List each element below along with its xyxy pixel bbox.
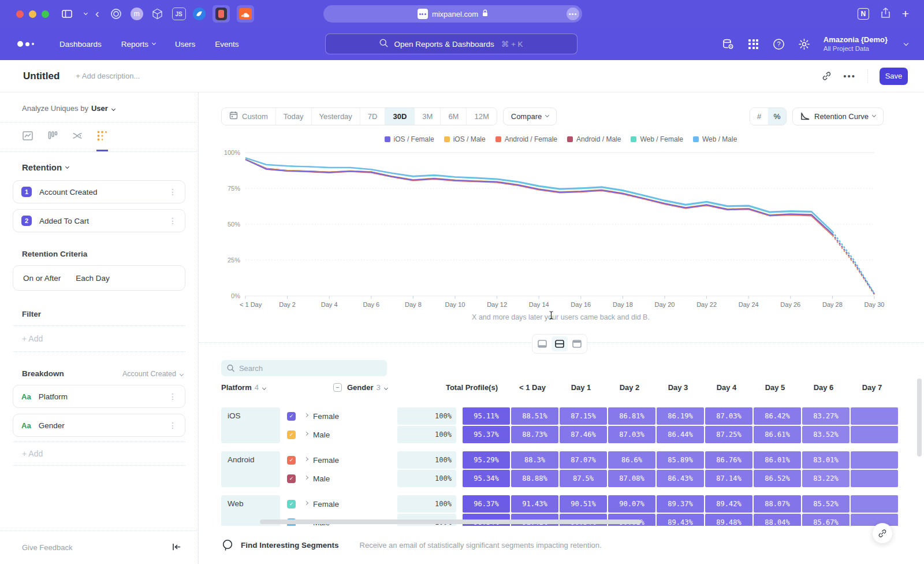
retention-cell-day-5[interactable]: 87.03% [705, 407, 752, 425]
new-tab-icon[interactable]: + [902, 7, 909, 21]
retention-cell-day-3[interactable]: 86.6% [608, 451, 655, 469]
retention-cell-day-7[interactable]: 83.52% [802, 426, 850, 443]
retention-cell-day-4[interactable]: 86.19% [657, 407, 704, 425]
retention-cell-day-6[interactable]: 88.07% [754, 495, 801, 513]
kebab-menu-icon[interactable]: ⋮ [169, 421, 177, 430]
view-chart-only-button[interactable] [534, 336, 550, 351]
report-title[interactable]: Untitled [23, 70, 59, 82]
retention-cell-day-7[interactable]: 83.27% [802, 407, 850, 425]
give-feedback-link[interactable]: Give Feedback [22, 543, 72, 552]
retention-cell-day-0[interactable]: 95.34% [463, 470, 510, 487]
retention-cell-day-7[interactable]: 83.22% [802, 470, 850, 487]
tab-flows[interactable] [72, 130, 83, 151]
retention-cell-day-4[interactable]: 89.43% [657, 514, 704, 526]
day-header-day-3[interactable]: Day 3 [654, 383, 702, 392]
unit-number-button[interactable]: # [750, 108, 768, 125]
m-extension-icon[interactable]: m [131, 8, 143, 20]
retention-cell-day-1[interactable]: 91.43% [511, 495, 558, 513]
browser-bird-extension-icon[interactable] [193, 8, 206, 20]
breakdown-card-platform[interactable]: Aa Platform ⋮ [13, 385, 185, 408]
workspace-switcher[interactable]: Amazonia {Demo} All Project Data [824, 35, 888, 53]
soundcloud-extension-icon[interactable] [237, 5, 254, 23]
breakdown-add-button[interactable]: + Add [13, 441, 185, 466]
retention-cell-day-1[interactable]: 88.3% [511, 451, 558, 469]
apps-grid-icon[interactable] [747, 38, 760, 50]
more-actions-icon[interactable]: ••• [843, 71, 856, 81]
expand-chevron-icon[interactable] [304, 476, 308, 480]
retention-cell-day-0[interactable]: 96.37% [463, 495, 510, 513]
retention-cell-day-2[interactable]: 87.5% [560, 470, 607, 487]
series-checkbox[interactable]: ✓ [287, 456, 296, 465]
horizontal-scrollbar[interactable] [260, 520, 641, 524]
kebab-menu-icon[interactable]: ⋮ [169, 216, 177, 225]
nav-events[interactable]: Events [215, 40, 239, 49]
retention-cell-day-3[interactable]: 87.08% [608, 470, 655, 487]
retention-cell-day-2[interactable]: 87.07% [560, 451, 607, 469]
js-extension-icon[interactable]: JS [172, 8, 186, 20]
breakdown-card-gender[interactable]: Aa Gender ⋮ [13, 414, 185, 437]
range-3m[interactable]: 3M [414, 108, 440, 125]
chevron-down-icon[interactable] [84, 11, 88, 15]
page-actions-icon[interactable]: ••• [567, 8, 579, 20]
platform-column-header[interactable]: Platform4 [221, 383, 266, 392]
series-checkbox[interactable]: ✓ [287, 431, 296, 439]
retention-cell-day-2[interactable]: 90.51% [560, 495, 607, 513]
retention-cell-day-2[interactable]: 87.46% [560, 426, 607, 443]
data-management-icon[interactable] [722, 38, 735, 50]
tab-insights[interactable] [22, 130, 33, 151]
retention-cell-day-4[interactable]: 85.89% [657, 451, 704, 469]
retention-chart[interactable]: 0%25%50%75%100%< 1 DayDay 2Day 4Day 6Day… [199, 143, 924, 312]
password-manager-extension-icon[interactable] [213, 5, 230, 23]
nav-users[interactable]: Users [175, 40, 195, 49]
kebab-menu-icon[interactable]: ⋮ [169, 392, 177, 401]
criteria-interval[interactable]: Each Day [76, 274, 110, 283]
step-card-2[interactable]: 2 Added To Cart ⋮ [13, 209, 185, 232]
retention-cell-day-6[interactable]: 88.04% [754, 514, 801, 526]
segments-title[interactable]: Find Interesting Segments [241, 541, 339, 550]
address-bar[interactable]: mixpanel.com ••• [323, 5, 582, 23]
retention-cell-day-2[interactable]: 87.15% [560, 407, 607, 425]
platform-cell-ios[interactable]: iOS [221, 407, 280, 443]
range-custom[interactable]: Custom [222, 108, 275, 125]
record-extension-icon[interactable] [109, 6, 124, 21]
analyze-uniques-row[interactable]: Analyze Uniques byUser [22, 104, 185, 113]
retention-cell-day-6[interactable]: 86.01% [754, 451, 801, 469]
retention-cell-day-1[interactable]: 88.88% [511, 470, 558, 487]
expand-chevron-icon[interactable] [304, 432, 308, 436]
copy-link-icon[interactable] [822, 71, 832, 81]
unit-percent-button[interactable]: % [768, 108, 786, 125]
legend-web-male[interactable]: Web / Male [693, 135, 737, 143]
legend-web-female[interactable]: Web / Female [631, 135, 683, 143]
vertical-scrollbar[interactable] [917, 379, 922, 457]
kebab-menu-icon[interactable]: ⋮ [169, 187, 177, 196]
add-description[interactable]: + Add description... [76, 72, 140, 80]
day-header-day-2[interactable]: Day 2 [606, 383, 653, 392]
step-card-1[interactable]: 1 Account Created ⋮ [13, 180, 185, 203]
collapse-sidebar-icon[interactable] [172, 543, 181, 553]
sidebar-toggle-icon[interactable] [62, 10, 72, 18]
analyze-value[interactable]: User [91, 104, 108, 113]
retention-cell-day-5[interactable]: 87.25% [705, 426, 752, 443]
range-6m[interactable]: 6M [440, 108, 466, 125]
day-header-day-6[interactable]: Day 6 [800, 383, 847, 392]
legend-android-male[interactable]: Android / Male [567, 135, 621, 143]
criteria-card[interactable]: On or After Each Day [13, 265, 185, 291]
retention-cell-day-5[interactable]: 89.48% [705, 514, 752, 526]
range-yesterday[interactable]: Yesterday [311, 108, 360, 125]
retention-section-label[interactable]: Retention [22, 162, 185, 172]
platform-cell-android[interactable]: Android [221, 451, 280, 487]
minimize-window-icon[interactable] [29, 10, 36, 18]
floating-copy-link-button[interactable] [872, 523, 893, 544]
table-search[interactable] [221, 360, 387, 376]
retention-cell-day-4[interactable]: 86.43% [657, 470, 704, 487]
retention-cell-day-4[interactable]: 86.44% [657, 426, 704, 443]
retention-cell-day-5[interactable]: 87.14% [705, 470, 752, 487]
global-search[interactable]: Open Reports & Dashboards ⌘ + K [325, 34, 578, 54]
series-checkbox[interactable]: ✓ [287, 412, 296, 421]
select-all-checkbox[interactable]: – [333, 383, 342, 392]
retention-cell-day-1[interactable]: 88.73% [511, 426, 558, 443]
day-header-day-7[interactable]: Day 7 [848, 383, 896, 392]
legend-android-female[interactable]: Android / Female [495, 135, 557, 143]
criteria-condition[interactable]: On or After [21, 274, 61, 283]
gender-column-header[interactable]: –Gender3 [333, 383, 388, 392]
